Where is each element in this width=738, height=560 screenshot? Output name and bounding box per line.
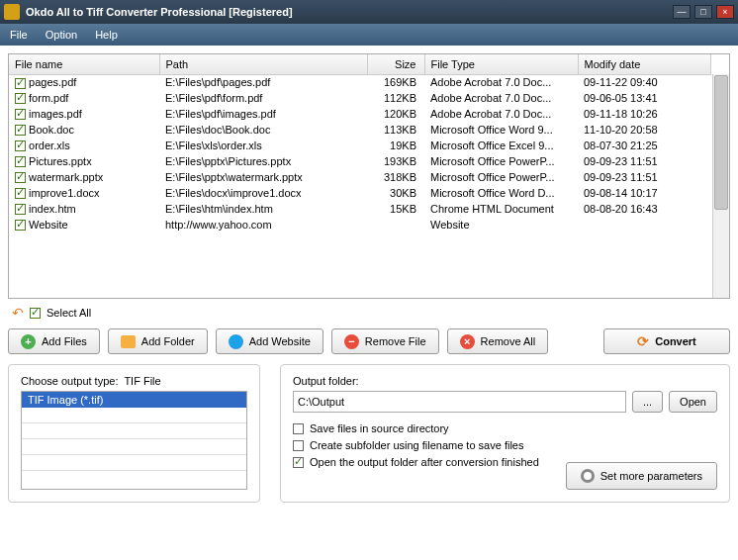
vertical-scrollbar[interactable] (712, 74, 729, 298)
file-table[interactable]: File name Path Size File Type Modify dat… (8, 53, 730, 299)
cell-path: E:\Files\pptx\watermark.pptx (159, 169, 367, 185)
cell-size: 112KB (367, 90, 424, 106)
row-checkbox[interactable] (15, 78, 26, 89)
cell-type: Microsoft Office Excel 9... (424, 138, 578, 153)
row-checkbox[interactable] (15, 125, 26, 136)
cell-path: E:\Files\pdf\images.pdf (159, 106, 367, 122)
cell-size: 113KB (367, 122, 424, 138)
cell-filename: form.pdf (29, 92, 68, 104)
table-row[interactable]: form.pdfE:\Files\pdf\form.pdf112KBAdobe … (9, 90, 711, 106)
maximize-button[interactable]: □ (694, 5, 712, 19)
app-icon (4, 4, 20, 20)
table-row[interactable]: Book.docE:\Files\doc\Book.doc113KBMicros… (9, 122, 711, 138)
table-row[interactable]: pages.pdfE:\Files\pdf\pages.pdf169KBAdob… (9, 74, 711, 90)
col-filename[interactable]: File name (9, 54, 159, 74)
cell-date: 09-09-23 11:51 (578, 153, 711, 169)
row-checkbox[interactable] (15, 140, 26, 151)
cell-date: 09-09-23 11:51 (578, 169, 711, 185)
cell-date: 09-06-05 13:41 (578, 90, 711, 106)
cell-date (578, 217, 711, 233)
cell-size: 318KB (367, 169, 424, 185)
gear-icon (581, 469, 595, 483)
cell-path: E:\Files\xls\order.xls (159, 138, 367, 153)
row-checkbox[interactable] (15, 93, 26, 104)
cell-type: Website (424, 217, 578, 233)
table-row[interactable]: Pictures.pptxE:\Files\pptx\Pictures.pptx… (9, 153, 711, 169)
add-website-button[interactable]: 🌐Add Website (216, 328, 323, 354)
cell-type: Microsoft Office Word 9... (424, 122, 578, 138)
create-subfolder-label: Create subfolder using filename to save … (310, 439, 523, 451)
menu-help[interactable]: Help (91, 27, 122, 43)
remove-all-icon: × (460, 334, 475, 349)
cell-filename: index.htm (29, 203, 76, 215)
row-checkbox[interactable] (15, 204, 26, 215)
globe-icon: 🌐 (229, 334, 243, 349)
cell-size: 120KB (367, 106, 424, 122)
save-source-checkbox[interactable] (293, 423, 304, 434)
cell-size: 169KB (367, 74, 424, 90)
browse-button[interactable]: ... (632, 391, 663, 413)
cell-size (367, 217, 424, 233)
row-checkbox[interactable] (15, 220, 26, 231)
close-button[interactable]: × (716, 5, 734, 19)
table-row[interactable]: watermark.pptxE:\Files\pptx\watermark.pp… (9, 169, 711, 185)
remove-file-button[interactable]: −Remove File (331, 328, 439, 354)
output-type-list[interactable]: TIF Image (*.tif) (21, 391, 247, 490)
cell-size: 19KB (367, 138, 424, 153)
table-row[interactable]: images.pdfE:\Files\pdf\images.pdf120KBAd… (9, 106, 711, 122)
cell-path: http://www.yahoo.com (159, 217, 367, 233)
output-type-label: Choose output type: (21, 375, 118, 387)
menu-file[interactable]: File (6, 27, 32, 43)
cell-path: E:\Files\doc\Book.doc (159, 122, 367, 138)
output-type-panel: Choose output type: TIF File TIF Image (… (8, 364, 260, 503)
col-path[interactable]: Path (159, 54, 367, 74)
output-folder-label: Output folder: (293, 375, 717, 387)
table-row[interactable]: order.xlsE:\Files\xls\order.xls19KBMicro… (9, 138, 711, 153)
cell-filename: Pictures.pptx (29, 155, 92, 167)
app-title: Okdo All to Tiff Converter Professional … (26, 6, 673, 18)
cell-filename: watermark.pptx (29, 171, 103, 183)
table-row[interactable]: improve1.docxE:\Files\docx\improve1.docx… (9, 185, 711, 201)
up-arrow-icon: ↶ (12, 305, 24, 321)
cell-filename: pages.pdf (29, 76, 76, 88)
cell-type: Adobe Acrobat 7.0 Doc... (424, 74, 578, 90)
set-parameters-button[interactable]: Set more parameters (566, 462, 717, 490)
cell-type: Microsoft Office Word D... (424, 185, 578, 201)
cell-size: 193KB (367, 153, 424, 169)
cell-date: 09-08-14 10:17 (578, 185, 711, 201)
convert-button[interactable]: ⟳Convert (603, 328, 730, 354)
open-folder-button[interactable]: Open (669, 391, 717, 413)
col-size[interactable]: Size (367, 54, 424, 74)
row-checkbox[interactable] (15, 172, 26, 183)
output-folder-input[interactable] (293, 391, 626, 413)
add-folder-button[interactable]: Add Folder (108, 328, 208, 354)
col-date[interactable]: Modify date (578, 54, 711, 74)
create-subfolder-checkbox[interactable] (293, 440, 304, 451)
type-list-item[interactable]: TIF Image (*.tif) (22, 392, 246, 408)
table-row[interactable]: Websitehttp://www.yahoo.comWebsite (9, 217, 711, 233)
col-type[interactable]: File Type (424, 54, 578, 74)
cell-date: 09-11-18 10:26 (578, 106, 711, 122)
titlebar: Okdo All to Tiff Converter Professional … (0, 0, 738, 24)
minus-icon: − (344, 334, 359, 349)
select-all-checkbox[interactable] (30, 308, 41, 319)
row-checkbox[interactable] (15, 109, 26, 120)
cell-filename: improve1.docx (29, 187, 100, 199)
cell-path: E:\Files\pdf\pages.pdf (159, 74, 367, 90)
cell-type: Adobe Acrobat 7.0 Doc... (424, 90, 578, 106)
cell-filename: Website (29, 219, 68, 231)
cell-type: Microsoft Office PowerP... (424, 169, 578, 185)
menu-option[interactable]: Option (42, 27, 81, 43)
row-checkbox[interactable] (15, 188, 26, 199)
cell-path: E:\Files\docx\improve1.docx (159, 185, 367, 201)
open-after-checkbox[interactable] (293, 457, 304, 468)
cell-type: Chrome HTML Document (424, 201, 578, 217)
cell-type: Adobe Acrobat 7.0 Doc... (424, 106, 578, 122)
add-files-button[interactable]: +Add Files (8, 328, 100, 354)
cell-path: E:\Files\htm\index.htm (159, 201, 367, 217)
table-row[interactable]: index.htmE:\Files\htm\index.htm15KBChrom… (9, 201, 711, 217)
remove-all-button[interactable]: ×Remove All (447, 328, 549, 354)
minimize-button[interactable]: — (673, 5, 691, 19)
row-checkbox[interactable] (15, 156, 26, 167)
cell-path: E:\Files\pptx\Pictures.pptx (159, 153, 367, 169)
